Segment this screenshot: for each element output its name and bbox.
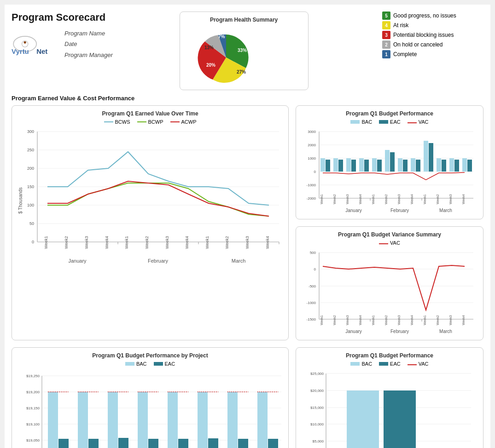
svg-rect-151 (108, 392, 118, 448)
health-summary-title: Program Health Summary (187, 17, 301, 23)
eac-proj-legend: EAC (154, 361, 175, 367)
svg-rect-164 (238, 439, 248, 448)
page-title: Program Scorecard (12, 11, 105, 23)
svg-text:Week1: Week1 (320, 315, 323, 325)
program-name-label: Program Name (64, 28, 113, 39)
svg-text:$10,000: $10,000 (310, 422, 324, 426)
svg-text:Week1: Week1 (44, 236, 48, 249)
svg-text:January: January (345, 329, 362, 334)
svg-text:January: January (68, 258, 87, 264)
svg-text:Week2: Week2 (384, 315, 388, 325)
svg-text:-500: -500 (309, 284, 316, 288)
svg-text:7%: 7% (218, 34, 225, 39)
bac-sum-label: BAC (361, 361, 372, 367)
svg-text:300: 300 (27, 129, 34, 134)
svg-rect-70 (462, 158, 467, 172)
project-budget-chart-box: Program Q1 Budget Performance by Project… (12, 347, 289, 448)
budget-summary-title: Program Q1 Budget Performance (301, 352, 478, 359)
eac-sum-legend: EAC (379, 361, 401, 367)
svg-text:20%: 20% (206, 63, 215, 68)
svg-text:27%: 27% (237, 69, 246, 75)
variance-chart-box: Program Q1 Budget Variance Summary VAC -… (296, 226, 483, 340)
svg-text:Week3: Week3 (397, 194, 401, 204)
svg-rect-75 (377, 160, 382, 172)
svg-rect-157 (168, 392, 178, 448)
legend-badge-4: 4 (382, 21, 390, 29)
svg-text:$19,150: $19,150 (26, 406, 40, 410)
project-budget-legend: BAC EAC (17, 361, 284, 367)
svg-rect-66 (411, 158, 415, 172)
svg-rect-67 (424, 141, 428, 172)
bac-proj-label: BAC (136, 361, 147, 367)
svg-text:$19,250: $19,250 (26, 374, 40, 378)
legend-item-3: 3 Potential blocking issues (382, 31, 483, 39)
svg-text:Week4: Week4 (359, 194, 362, 204)
legend-badge-2: 2 (382, 40, 390, 49)
svg-rect-82 (467, 160, 472, 172)
svg-text:Week3: Week3 (245, 236, 250, 249)
svg-text:Net: Net (36, 47, 47, 55)
ev-section-title: Program Earned Value & Cost Performance (12, 95, 483, 102)
svg-text:2000: 2000 (308, 143, 316, 147)
svg-rect-74 (364, 160, 369, 172)
svg-rect-77 (403, 160, 408, 172)
health-legend: 5 Good progress, no issues 4 At risk 3 P… (382, 11, 483, 60)
svg-text:Week1: Week1 (320, 194, 323, 204)
eac-label: EAC (390, 119, 401, 125)
svg-text:Week4: Week4 (265, 236, 270, 249)
svg-rect-72 (338, 160, 343, 172)
bcwp-color (137, 121, 146, 122)
svg-text:Week4: Week4 (359, 315, 362, 325)
vac-var-label: VAC (390, 240, 400, 246)
svg-text:Week3: Week3 (84, 236, 89, 249)
svg-text:January: January (345, 208, 362, 213)
svg-rect-161 (208, 438, 218, 448)
svg-text:Week1: Week1 (124, 236, 129, 249)
bac-sum-color (350, 362, 360, 366)
svg-text:-1000: -1000 (307, 183, 316, 187)
svg-text:0: 0 (314, 170, 316, 174)
vac-legend-bp: VAC (408, 119, 429, 125)
svg-text:Week4: Week4 (105, 236, 109, 249)
svg-rect-78 (416, 160, 420, 172)
svg-text:Week1: Week1 (423, 194, 426, 204)
svg-rect-158 (178, 439, 188, 448)
legend-label-5: Good progress, no issues (393, 12, 456, 19)
page: Program Scorecard Vyrtu Net Program Name… (5, 5, 490, 448)
legend-label-2: On hold or canceled (393, 41, 443, 48)
svg-text:Week1: Week1 (205, 236, 210, 249)
legend-badge-5: 5 (382, 11, 390, 20)
svg-text:-1500: -1500 (307, 317, 316, 322)
vac-color (408, 122, 417, 123)
svg-text:Week1: Week1 (372, 315, 375, 325)
svg-rect-63 (372, 158, 377, 172)
svg-text:Week2: Week2 (64, 236, 69, 249)
budget-summary-svg: -$5,000 $0 $5,000 $10,000 $15,000 $20,00… (301, 369, 476, 448)
svg-rect-79 (429, 143, 433, 172)
bcwp-legend: BCWP (137, 119, 163, 125)
svg-text:33%: 33% (238, 48, 247, 53)
svg-text:100: 100 (27, 203, 34, 207)
vac-legend-var: VAC (379, 240, 400, 246)
svg-rect-148 (78, 392, 88, 448)
svg-text:March: March (232, 258, 246, 264)
svg-text:Week2: Week2 (145, 236, 149, 249)
svg-text:0: 0 (314, 267, 316, 271)
variance-title: Program Q1 Budget Variance Summary (301, 231, 478, 238)
bac-label: BAC (361, 119, 372, 125)
svg-rect-193 (347, 391, 379, 448)
budget-perf-title: Program Q1 Budget Performance (301, 110, 478, 117)
svg-text:150: 150 (27, 184, 34, 189)
manager-label: Program Manager (64, 50, 113, 60)
svg-rect-76 (390, 152, 395, 172)
acwp-color (170, 121, 180, 122)
svg-rect-81 (454, 160, 459, 172)
svg-rect-167 (268, 439, 278, 448)
svg-text:13%: 13% (204, 45, 214, 50)
svg-text:1000: 1000 (308, 156, 316, 161)
svg-text:$25,000: $25,000 (310, 372, 324, 376)
svg-text:50: 50 (29, 221, 34, 226)
ev-line-chart: $ Thousands 0 50 100 150 200 (17, 127, 284, 270)
svg-rect-160 (198, 392, 208, 448)
svg-rect-60 (333, 158, 338, 172)
